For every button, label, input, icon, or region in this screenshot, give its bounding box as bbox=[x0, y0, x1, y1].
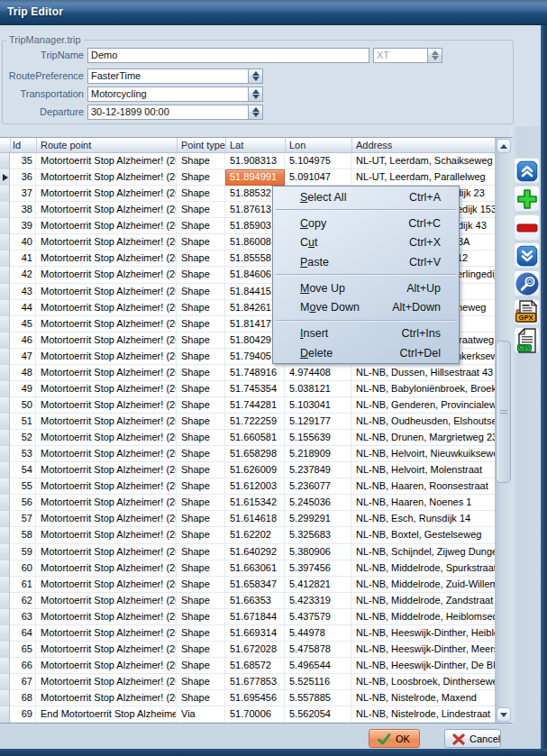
cell-route-point[interactable]: Motortoerrit Stop Alzheimer! (20 bbox=[36, 462, 177, 478]
cell-lon[interactable]: 5.299291 bbox=[285, 511, 351, 527]
column-header-lon[interactable]: Lon bbox=[285, 138, 351, 152]
cell-id[interactable]: 69 bbox=[10, 706, 36, 723]
column-header-lat[interactable]: Lat bbox=[225, 138, 285, 152]
menu-item-copy[interactable]: CopyCtrl+C bbox=[273, 214, 459, 233]
export-gpx-button[interactable]: GPX bbox=[514, 299, 540, 325]
row-indicator-cell[interactable] bbox=[0, 430, 10, 446]
cell-id[interactable]: 50 bbox=[10, 397, 36, 414]
row-indicator-cell[interactable] bbox=[0, 365, 10, 381]
cell-point-type[interactable]: Shape bbox=[177, 202, 225, 218]
cell-id[interactable]: 57 bbox=[10, 511, 36, 527]
cell-id[interactable]: 47 bbox=[10, 349, 36, 365]
column-header-id[interactable]: Id bbox=[10, 138, 36, 152]
cell-route-point[interactable]: Motortoerrit Stop Alzheimer! (20 bbox=[36, 300, 177, 316]
row-indicator-cell[interactable] bbox=[0, 577, 10, 593]
cell-point-type[interactable]: Shape bbox=[177, 462, 225, 478]
cell-lat[interactable]: 51.677853 bbox=[225, 674, 285, 690]
cell-id[interactable]: 46 bbox=[10, 332, 36, 349]
cell-id[interactable]: 54 bbox=[10, 462, 36, 478]
column-header-point-type[interactable]: Point type bbox=[177, 138, 225, 152]
row-indicator-cell[interactable] bbox=[0, 609, 10, 625]
cell-lat[interactable]: 51.669314 bbox=[225, 625, 285, 642]
cell-route-point[interactable]: Motortoerrit Stop Alzheimer! (20 bbox=[36, 349, 177, 365]
cell-point-type[interactable]: Shape bbox=[177, 658, 225, 674]
cell-route-point[interactable]: Motortoerrit Stop Alzheimer! (20 bbox=[36, 593, 177, 609]
column-header-address[interactable]: Address bbox=[351, 138, 495, 152]
row-indicator-cell[interactable] bbox=[0, 625, 10, 642]
cell-address[interactable]: NL-NB, Esch, Runsdijk 14 bbox=[351, 511, 495, 527]
cell-id[interactable]: 55 bbox=[10, 478, 36, 495]
cell-id[interactable]: 39 bbox=[10, 218, 36, 234]
cell-route-point[interactable]: Motortoerrit Stop Alzheimer! (20 bbox=[36, 495, 177, 511]
row-indicator-cell[interactable] bbox=[0, 446, 10, 462]
cell-address[interactable]: NL-NB, Middelrode, Zandstraat 8 bbox=[351, 593, 495, 609]
cell-point-type[interactable]: Shape bbox=[177, 593, 225, 609]
column-header-route-point[interactable]: Route point bbox=[36, 138, 177, 152]
cell-point-type[interactable]: Shape bbox=[177, 495, 225, 511]
cell-address[interactable]: NL-NB, Haaren, Noenes 1 bbox=[351, 495, 495, 511]
cell-lat[interactable]: 51.660581 bbox=[225, 430, 285, 446]
cell-id[interactable]: 63 bbox=[10, 609, 36, 625]
move-to-top-button[interactable] bbox=[514, 158, 540, 184]
row-indicator-cell[interactable] bbox=[0, 706, 10, 723]
cell-point-type[interactable]: Shape bbox=[177, 397, 225, 414]
scroll-down-button[interactable] bbox=[497, 707, 511, 722]
cell-id[interactable]: 45 bbox=[10, 316, 36, 332]
menu-item-cut[interactable]: CutCtrl+X bbox=[273, 232, 459, 252]
cell-point-type[interactable]: Shape bbox=[177, 250, 225, 267]
cell-address[interactable]: NL-NB, Helvoirt, Molenstraat bbox=[351, 462, 495, 478]
cell-lon[interactable]: 5.44978 bbox=[285, 625, 351, 642]
menu-item-insert[interactable]: InsertCtrl+Ins bbox=[273, 323, 459, 343]
cell-id[interactable]: 66 bbox=[10, 658, 36, 674]
cell-point-type[interactable]: Shape bbox=[177, 527, 225, 543]
cell-id[interactable]: 44 bbox=[10, 300, 36, 316]
cell-id[interactable]: 61 bbox=[10, 577, 36, 593]
cell-lat[interactable]: 51.66353 bbox=[225, 593, 285, 609]
cell-lon[interactable]: 5.236077 bbox=[285, 478, 351, 495]
cell-point-type[interactable]: Shape bbox=[177, 642, 225, 658]
menu-item-move-up[interactable]: Move UpAlt+Up bbox=[273, 278, 459, 298]
title-bar[interactable]: Trip Editor bbox=[0, 0, 547, 25]
xt-spinner[interactable] bbox=[427, 49, 442, 62]
cell-address[interactable]: NL-NB, Middelrode, Zuid-Willems bbox=[351, 577, 495, 593]
cell-route-point[interactable]: Motortoerrit Stop Alzheimer! (20 bbox=[36, 234, 177, 250]
cell-address[interactable]: NL-UT, Leerdam, Schaikseweg bbox=[351, 153, 495, 169]
row-indicator-cell[interactable] bbox=[0, 658, 10, 674]
cell-point-type[interactable]: Shape bbox=[177, 365, 225, 381]
cell-point-type[interactable]: Via bbox=[177, 706, 225, 723]
cell-lat[interactable]: 51.722259 bbox=[225, 414, 285, 430]
scroll-up-button[interactable] bbox=[497, 139, 511, 153]
scrollbar-thumb[interactable] bbox=[496, 341, 511, 483]
cell-point-type[interactable]: Shape bbox=[177, 511, 225, 527]
cell-id[interactable]: 43 bbox=[10, 284, 36, 300]
cell-lat[interactable]: 51.62202 bbox=[225, 527, 285, 543]
menu-item-delete[interactable]: DeleteCtrl+Del bbox=[273, 343, 459, 363]
cell-route-point[interactable]: Motortoerrit Stop Alzheimer! (20 bbox=[36, 690, 177, 706]
row-indicator-cell[interactable] bbox=[0, 332, 10, 349]
row-indicator-cell[interactable] bbox=[0, 202, 10, 218]
cell-point-type[interactable]: Shape bbox=[177, 284, 225, 300]
cell-lat[interactable]: 51.663061 bbox=[225, 560, 285, 577]
cell-address[interactable]: NL-NB, Oudheusden, Elshoutsew bbox=[351, 414, 495, 430]
cell-point-type[interactable]: Shape bbox=[177, 267, 225, 283]
cell-route-point[interactable]: Motortoerrit Stop Alzheimer! (20 bbox=[36, 511, 177, 527]
cell-lat[interactable]: 51.626009 bbox=[225, 462, 285, 478]
cell-lat[interactable]: 51.658298 bbox=[225, 446, 285, 462]
route-preference-input[interactable]: FasterTime bbox=[87, 68, 263, 84]
cell-id[interactable]: 64 bbox=[10, 625, 36, 642]
cell-lon[interactable]: 5.245036 bbox=[285, 495, 351, 511]
cell-lat[interactable]: 51.70006 bbox=[225, 706, 285, 723]
row-indicator-cell[interactable] bbox=[0, 642, 10, 658]
cell-route-point[interactable]: Motortoerrit Stop Alzheimer! (20 bbox=[36, 267, 177, 283]
row-indicator-cell[interactable] bbox=[0, 316, 10, 332]
cell-lat[interactable]: 51.744281 bbox=[225, 397, 285, 414]
cell-route-point[interactable]: Motortoerrit Stop Alzheimer! (20 bbox=[36, 316, 177, 332]
cell-lon[interactable]: 5.475878 bbox=[285, 642, 351, 658]
cell-lon[interactable]: 5.496544 bbox=[285, 658, 351, 674]
cell-route-point[interactable]: Motortoerrit Stop Alzheimer! (20 bbox=[36, 414, 177, 430]
row-indicator-cell[interactable] bbox=[0, 478, 10, 495]
cell-route-point[interactable]: Motortoerrit Stop Alzheimer! (20 bbox=[36, 430, 177, 446]
cell-lat[interactable]: 51.614618 bbox=[225, 511, 285, 527]
cell-lon[interactable]: 5.038121 bbox=[285, 381, 351, 397]
export-csv-button[interactable]: CSV bbox=[514, 327, 540, 353]
